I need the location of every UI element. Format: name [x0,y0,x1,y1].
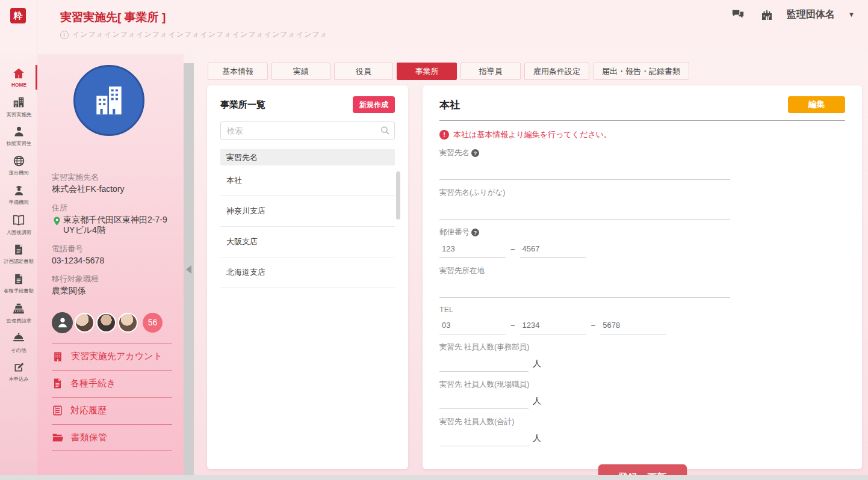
avatar[interactable] [96,313,116,333]
site-name-input[interactable] [439,162,730,180]
field-staff-total: 実習先 社員人数(合計) 人 [439,417,845,446]
horizontal-scrollbar[interactable] [0,475,868,480]
menu-item-account[interactable]: 実習実施先アカウント [52,343,172,370]
person-icon [13,125,25,138]
office-list-title: 事業所一覧 [220,99,265,111]
map-pin-icon [52,216,62,226]
list-item-kanagawa[interactable]: 神奈川支店 [220,196,395,227]
tel-1-input[interactable] [439,316,506,334]
search-input[interactable] [220,122,395,140]
address-value: 東京都千代田区東神田2-7-9 UYビル4階 [63,215,177,236]
site-address-input[interactable] [439,280,730,298]
help-icon[interactable]: ? [471,229,479,236]
company-avatar [73,65,144,136]
list-scrollbar-thumb[interactable] [396,171,400,220]
sidebar-item-supervision-fee[interactable]: 監理費請求 [0,298,37,328]
tab-offices[interactable]: 事業所 [397,63,457,80]
page-title: 実習実施先[ 事業所 ] [60,10,166,25]
document-icon [13,244,25,256]
list-item-honsha[interactable]: 本社 [220,165,395,196]
sidebar-item-application[interactable]: 本申込み [0,357,37,387]
help-icon[interactable]: ? [471,149,479,157]
info-icon: ! [60,31,69,39]
history-list-icon [52,405,63,416]
postal-code-2-input[interactable] [520,240,586,258]
cloche-icon [12,331,25,345]
officer-icon [13,184,25,197]
info-banner: ! インフォインフォインフォインフォインフォインフォインフォインフォ [60,29,328,40]
field-tel: TEL − − [439,306,845,334]
pen-icon [13,361,25,374]
list-column-header: 実習先名 [220,149,395,165]
menu-item-procedures[interactable]: 各種手続き [52,370,172,397]
sidebar-item-home[interactable]: HOME [0,63,37,92]
chat-icon[interactable] [730,8,746,21]
title-divider [439,120,845,121]
search-icon [380,125,391,136]
tab-results[interactable]: 実績 [271,63,330,80]
panel-collapse-handle[interactable] [184,63,194,475]
sidebar-item-trainees[interactable]: 技能実習生 [0,122,37,151]
field-staff-field: 実習先 社員人数(現場職員) 人 [439,380,845,409]
count-badge[interactable]: 56 [143,313,163,333]
staff-office-input[interactable] [439,354,529,372]
field-site-name-kana: 実習先名(ふりがな) [439,188,845,220]
avatar[interactable] [52,312,73,333]
chevron-down-icon[interactable]: ▼ [848,11,855,18]
tab-instructors[interactable]: 指導員 [460,63,521,80]
organization-name[interactable]: 監理団体名 [787,8,835,21]
field-postal-code: 郵便番号? − [439,227,845,258]
sidebar-item-post-entry-training[interactable]: 入国後講習 [0,210,37,239]
list-item-osaka[interactable]: 大阪支店 [220,227,395,257]
register-icon [12,302,25,315]
warning-icon: ! [439,130,449,140]
profile-field-job-category: 移行対象職種 農業関係 [52,274,184,297]
folder-icon [52,431,64,443]
menu-item-storage[interactable]: 書類保管 [52,424,172,451]
edit-button[interactable]: 編集 [788,96,845,113]
dash: − [591,321,596,330]
form-title: 本社 [439,98,460,112]
site-name-kana-input[interactable] [439,202,730,220]
tab-employment-conditions[interactable]: 雇用条件設定 [524,63,589,80]
unit-label: 人 [533,358,541,372]
tab-bar: 基本情報 実績 役員 事業所 指導員 雇用条件設定 届出・報告・記録書類 [208,63,689,80]
postal-code-1-input[interactable] [439,240,506,258]
sidebar-item-jisshi-saki[interactable]: 実習実施先 [0,92,37,122]
header-divider [37,0,37,54]
sidebar-item-plan-cert-docs[interactable]: 計画認定書類 [0,239,37,269]
avatar[interactable] [118,313,138,333]
sidebar-item-other[interactable]: その他 [0,328,37,357]
tab-officers[interactable]: 役員 [334,63,393,80]
create-new-button[interactable]: 新規作成 [353,96,395,113]
dash: − [510,245,515,254]
info-text: インフォインフォインフォインフォインフォインフォインフォインフォ [72,29,328,40]
profile-field-company-name: 実習実施先名 株式会社FK-factory [52,172,184,195]
tel-2-input[interactable] [520,316,586,334]
profile-field-phone: 電話番号 03-1234-5678 [52,244,184,266]
staff-field-input[interactable] [439,391,529,409]
list-item-hokkaido[interactable]: 北海道支店 [220,257,395,288]
buildings-icon [12,96,25,109]
dash: − [510,321,515,330]
tab-reports-records[interactable]: 届出・報告・記録書類 [593,63,689,80]
buildings-icon [90,82,128,119]
icon-rail: HOME 実習実施先 技能実習生 送出機関 準備機関 入国後講習 計画認定書類 … [0,54,37,480]
app-logo[interactable]: 粋 [10,8,26,23]
avatar[interactable] [75,313,95,333]
office-form-panel: 本社 編集 ! 本社は基本情報より編集を行ってください。 実習先名? 実習先名(… [423,85,862,469]
staff-total-input[interactable] [439,428,529,446]
profile-panel: 実習実施先名 株式会社FK-factory 住所 東京都千代田区東神田2-7-9… [37,54,184,480]
tab-basic-info[interactable]: 基本情報 [208,63,268,80]
menu-item-history[interactable]: 対応履歴 [52,397,172,424]
profile-field-address: 住所 東京都千代田区東神田2-7-9 UYビル4階 [52,203,184,236]
document-icon [52,378,63,389]
unit-label: 人 [533,433,541,446]
sidebar-item-sending-org[interactable]: 送出機関 [0,151,37,180]
sidebar-item-prep-org[interactable]: 準備機関 [0,180,37,210]
sidebar-item-procedure-docs[interactable]: 各種手続書類 [0,269,37,298]
tel-3-input[interactable] [600,316,666,334]
member-avatars: 56 [52,312,184,333]
organization-castle-icon [759,7,773,22]
document-icon [13,273,25,285]
